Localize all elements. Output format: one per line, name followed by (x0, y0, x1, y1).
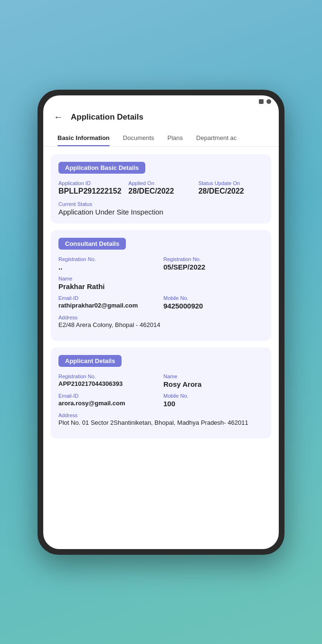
applicant-details-card: Applicant Details Registration No. APP21… (51, 347, 271, 439)
tab-bar: Basic Information Documents Plans Depart… (43, 131, 279, 147)
consultant-reg-no2-col: Registration No. 05/SEP/2022 (163, 256, 264, 271)
applicant-mobile-label: Mobile No. (163, 393, 264, 399)
application-id-row: Application ID BPLLP291222152 Applied On… (58, 180, 264, 196)
applicant-name-value: Rosy Arora (163, 380, 264, 388)
applicant-name-col: Name Rosy Arora (163, 373, 264, 388)
current-status-row: Current Status Application Under Site In… (58, 201, 264, 216)
consultant-address-label: Address (58, 315, 264, 320)
status-icon-circle (266, 99, 271, 104)
application-id-col: Application ID BPLLP291222152 (58, 180, 123, 196)
current-status-value: Application Under Site Inspection (58, 208, 264, 216)
applicant-reg-label: Registration No. (58, 373, 159, 379)
applied-on-col: Applied On 28/DEC/2022 (128, 180, 193, 196)
status-bar (43, 95, 279, 106)
application-id-label: Application ID (58, 180, 123, 186)
consultant-reg-no1-col: Registration No. .. (58, 256, 159, 271)
content-area: Application Basic Details Application ID… (43, 147, 279, 549)
consultant-name-row: Name Prakhar Rathi (58, 276, 264, 290)
consultant-reg-no1-value: .. (58, 263, 159, 271)
consultant-address-row: Address E2/48 Arera Colony, Bhopal - 462… (58, 315, 264, 328)
tab-department[interactable]: Department ac (189, 131, 243, 146)
applicant-mobile-col: Mobile No. 100 (163, 393, 264, 408)
applicant-mobile-value: 100 (163, 400, 264, 408)
consultant-email-col: Email-ID rathiprakhar02@gmail.com (58, 295, 159, 310)
applicant-contact-row: Email-ID arora.rosy@gmail.com Mobile No.… (58, 393, 264, 408)
consultant-reg-row: Registration No. .. Registration No. 05/… (58, 256, 264, 271)
applied-on-value: 28/DEC/2022 (128, 187, 193, 196)
applied-on-label: Applied On (128, 180, 193, 186)
applicant-address-row: Address Plot No. 01 Sector 2Shantiniketa… (58, 412, 264, 426)
consultant-mobile-col: Mobile No. 9425000920 (163, 295, 264, 310)
consultant-address-value: E2/48 Arera Colony, Bhopal - 462014 (58, 321, 264, 328)
applicant-reg-value: APP210217044306393 (58, 380, 159, 387)
consultant-reg-no2-label: Registration No. (163, 256, 264, 262)
applicant-details-badge: Applicant Details (58, 355, 122, 367)
application-basic-details-badge: Application Basic Details (58, 162, 145, 174)
tab-plans[interactable]: Plans (161, 131, 190, 146)
back-button[interactable]: ← (51, 110, 66, 125)
consultant-details-card: Consultant Details Registration No. .. R… (51, 230, 271, 341)
phone-screen: ← Application Details Basic Information … (43, 95, 279, 549)
consultant-reg-no1-label: Registration No. (58, 256, 159, 262)
status-update-col: Status Update On 28/DEC/2022 (199, 180, 264, 196)
consultant-name-value: Prakhar Rathi (58, 282, 264, 290)
tab-basic-information[interactable]: Basic Information (51, 131, 116, 146)
consultant-mobile-value: 9425000920 (163, 302, 264, 310)
applicant-reg-col: Registration No. APP210217044306393 (58, 373, 159, 388)
consultant-name-label: Name (58, 276, 264, 281)
application-id-value: BPLLP291222152 (58, 187, 123, 196)
tab-documents[interactable]: Documents (116, 131, 161, 146)
applicant-address-label: Address (58, 412, 264, 418)
status-icon-square (259, 99, 264, 104)
status-update-value: 28/DEC/2022 (199, 187, 264, 196)
applicant-address-value: Plot No. 01 Sector 2Shantiniketan, Bhopa… (58, 419, 264, 426)
consultant-details-badge: Consultant Details (58, 238, 126, 250)
consultant-mobile-label: Mobile No. (163, 295, 264, 301)
back-arrow-icon: ← (54, 112, 63, 122)
consultant-email-value: rathiprakhar02@gmail.com (58, 302, 159, 309)
applicant-reg-name-row: Registration No. APP210217044306393 Name… (58, 373, 264, 388)
page-title: Application Details (71, 112, 143, 122)
applicant-name-label: Name (163, 373, 264, 379)
consultant-contact-row: Email-ID rathiprakhar02@gmail.com Mobile… (58, 295, 264, 310)
applicant-email-value: arora.rosy@gmail.com (58, 400, 159, 407)
phone-frame: ← Application Details Basic Information … (38, 90, 284, 555)
current-status-label: Current Status (58, 201, 264, 207)
applicant-email-label: Email-ID (58, 393, 159, 399)
applicant-email-col: Email-ID arora.rosy@gmail.com (58, 393, 159, 408)
application-basic-details-card: Application Basic Details Application ID… (51, 154, 271, 224)
status-update-label: Status Update On (199, 180, 264, 186)
consultant-email-label: Email-ID (58, 295, 159, 301)
consultant-reg-no2-value: 05/SEP/2022 (163, 263, 264, 271)
app-header: ← Application Details (43, 106, 279, 131)
